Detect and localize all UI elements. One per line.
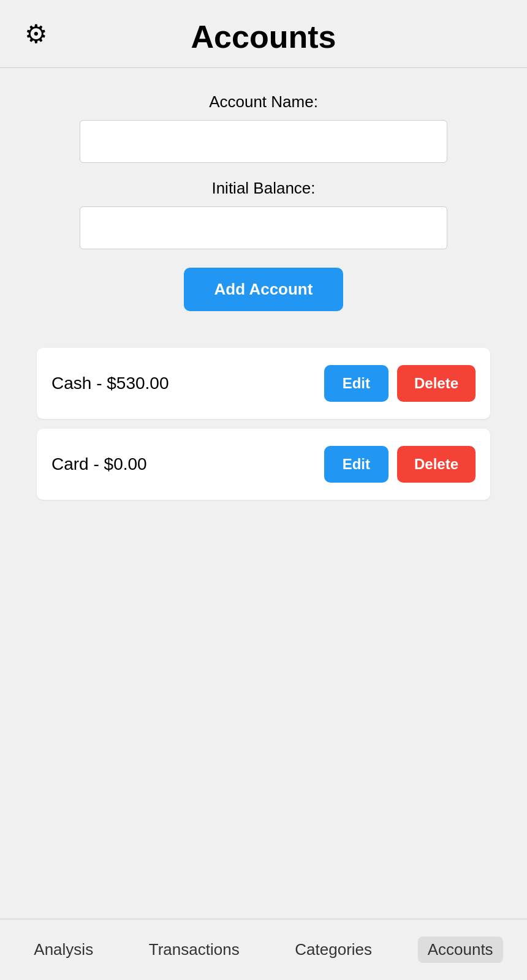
account-row: Cash - $530.00EditDelete	[37, 348, 490, 419]
app-header: ⚙ Accounts	[0, 0, 527, 68]
edit-account-button[interactable]: Edit	[324, 365, 389, 402]
account-actions: EditDelete	[324, 446, 476, 483]
add-account-button[interactable]: Add Account	[184, 268, 344, 311]
account-name-label: Account Name:	[209, 92, 318, 111]
account-actions: EditDelete	[324, 365, 476, 402]
page-title: Accounts	[191, 18, 336, 55]
delete-account-button[interactable]: Delete	[397, 365, 476, 402]
nav-item-accounts[interactable]: Accounts	[418, 937, 503, 963]
gear-icon[interactable]: ⚙	[25, 19, 48, 49]
account-name: Card - $0.00	[51, 454, 324, 474]
nav-item-transactions[interactable]: Transactions	[139, 937, 249, 963]
account-name: Cash - $530.00	[51, 374, 324, 393]
accounts-list: Cash - $530.00EditDeleteCard - $0.00Edit…	[37, 348, 490, 500]
nav-item-analysis[interactable]: Analysis	[24, 937, 103, 963]
initial-balance-label: Initial Balance:	[211, 179, 315, 198]
initial-balance-input[interactable]	[80, 206, 447, 249]
edit-account-button[interactable]: Edit	[324, 446, 389, 483]
account-name-input[interactable]	[80, 120, 447, 163]
account-row: Card - $0.00EditDelete	[37, 429, 490, 500]
main-content: Account Name: Initial Balance: Add Accou…	[0, 68, 527, 919]
bottom-nav: AnalysisTransactionsCategoriesAccounts	[0, 919, 527, 980]
nav-item-categories[interactable]: Categories	[285, 937, 382, 963]
add-account-form: Account Name: Initial Balance: Add Accou…	[80, 92, 447, 330]
delete-account-button[interactable]: Delete	[397, 446, 476, 483]
